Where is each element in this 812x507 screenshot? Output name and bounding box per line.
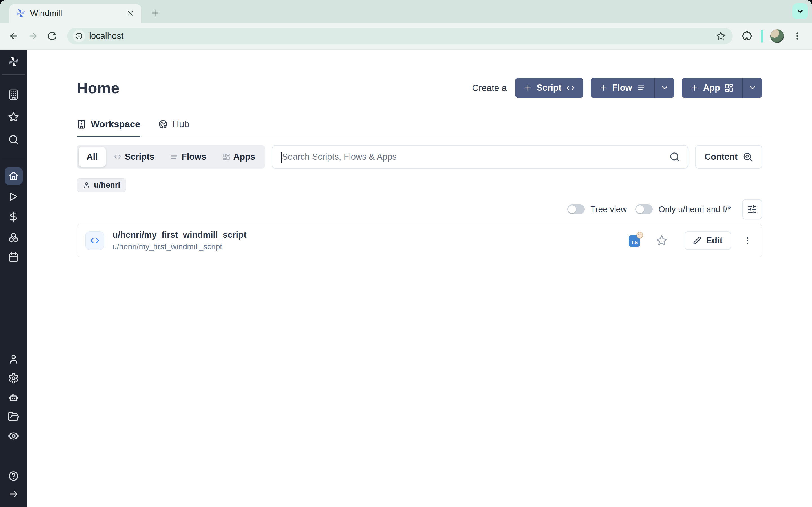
create-cluster: Create a Script Flow	[472, 78, 762, 98]
owner-badge-label: u/henri	[94, 180, 120, 189]
create-app-dropdown[interactable]	[742, 78, 762, 98]
sidebar-item-workspaces[interactable]	[8, 89, 19, 101]
plus-icon	[523, 83, 532, 92]
only-owner-label: Only u/henri and f/*	[658, 205, 731, 214]
back-button[interactable]	[6, 29, 21, 44]
code-icon	[90, 235, 100, 245]
code-icon	[114, 153, 121, 161]
search-icon[interactable]	[669, 151, 680, 163]
sidebar-divider	[2, 158, 25, 158]
profile-avatar[interactable]	[770, 29, 784, 43]
chevron-down-icon	[748, 83, 757, 92]
sidebar-item-workers[interactable]	[8, 392, 19, 403]
page-header: Home Create a Script Flow	[77, 78, 762, 98]
browser-toolbar: localhost	[0, 22, 812, 50]
windmill-favicon	[15, 8, 26, 18]
sidebar-expand-icon[interactable]	[8, 488, 19, 500]
sidebar-item-help[interactable]	[8, 470, 19, 482]
toggle-knob	[568, 205, 576, 213]
owner-badge[interactable]: u/henri	[77, 178, 126, 192]
flow-list-icon	[637, 83, 646, 93]
search-box	[272, 145, 688, 169]
code-icon	[566, 83, 575, 93]
content-search-button[interactable]: Content	[695, 145, 762, 169]
create-flow-label: Flow	[612, 83, 632, 93]
browser-window: Windmill localhost	[0, 0, 812, 507]
plus-icon	[599, 83, 608, 92]
sidebar-item-account[interactable]	[8, 353, 19, 365]
sidebar-item-home[interactable]	[4, 167, 22, 185]
create-flow-dropdown[interactable]	[654, 78, 674, 98]
create-app-button[interactable]: App	[682, 78, 742, 98]
sidebar-item-favorites[interactable]	[8, 111, 19, 123]
tab-hub[interactable]: Hub	[158, 119, 190, 137]
pencil-icon	[693, 236, 702, 245]
owner-filter-row: u/henri	[77, 178, 762, 192]
filter-all-label: All	[87, 152, 98, 162]
layout-dashboard-icon	[725, 83, 733, 93]
sidebar-item-audit-logs[interactable]	[8, 430, 19, 442]
tab-workspace[interactable]: Workspace	[77, 119, 140, 137]
filter-apps[interactable]: Apps	[214, 147, 263, 167]
content-button-label: Content	[705, 152, 738, 162]
forward-button[interactable]	[26, 29, 41, 44]
tree-view-label: Tree view	[591, 205, 627, 214]
filter-row: All Scripts Flows Apps	[77, 145, 762, 169]
tree-view-toggle[interactable]	[567, 205, 585, 214]
sidebar-item-runs[interactable]	[8, 191, 19, 203]
extensions-icon[interactable]	[740, 29, 754, 43]
sliders-icon	[747, 204, 757, 214]
new-tab-button[interactable]	[147, 5, 163, 21]
browser-tab-strip: Windmill	[0, 0, 812, 22]
windmill-app: Home Create a Script Flow	[0, 50, 812, 507]
reload-button[interactable]	[45, 29, 60, 44]
toggle-knob	[636, 205, 644, 213]
sidebar-item-settings[interactable]	[8, 372, 19, 384]
home-page: Home Create a Script Flow	[27, 50, 812, 507]
app-sidebar	[0, 50, 27, 507]
script-kind-icon	[86, 231, 104, 250]
create-flow-split: Flow	[591, 78, 674, 98]
browser-menu-icon[interactable]	[791, 30, 804, 42]
create-flow-button[interactable]: Flow	[591, 78, 654, 98]
url-text[interactable]: localhost	[89, 31, 711, 41]
bookmark-star-icon[interactable]	[715, 30, 727, 42]
item-menu-icon[interactable]	[741, 234, 754, 247]
create-app-label: App	[703, 83, 720, 93]
filter-scripts[interactable]: Scripts	[106, 147, 162, 167]
search-input[interactable]	[272, 152, 669, 162]
filter-scripts-label: Scripts	[125, 152, 154, 162]
browser-tab[interactable]: Windmill	[9, 4, 141, 22]
toolbar-separator	[761, 30, 763, 43]
tab-hub-label: Hub	[172, 119, 190, 129]
sidebar-item-search[interactable]	[8, 134, 19, 146]
tab-search-chevron-button[interactable]	[792, 3, 808, 19]
display-settings-button[interactable]	[742, 199, 762, 219]
edit-button[interactable]: Edit	[684, 231, 731, 250]
search-code-icon	[743, 152, 753, 162]
sidebar-divider	[2, 74, 25, 75]
item-title[interactable]: u/henri/my_first_windmill_script	[112, 230, 629, 240]
sidebar-item-variables[interactable]	[8, 211, 19, 223]
favorite-star-icon[interactable]	[656, 235, 668, 246]
filter-apps-label: Apps	[234, 152, 255, 162]
building-icon	[77, 119, 86, 129]
create-script-split: Script	[515, 78, 583, 98]
filter-flows[interactable]: Flows	[162, 147, 214, 167]
flow-list-icon	[170, 153, 178, 161]
create-script-button[interactable]: Script	[515, 78, 583, 98]
filter-all[interactable]: All	[79, 147, 106, 167]
create-app-split: App	[682, 78, 762, 98]
text-caret	[281, 152, 282, 163]
view-options-row: Tree view Only u/henri and f/*	[77, 199, 762, 219]
sidebar-item-resources[interactable]	[8, 231, 19, 243]
only-owner-toggle[interactable]	[635, 205, 653, 214]
script-list-item[interactable]: u/henri/my_first_windmill_script u/henri…	[77, 224, 762, 257]
sidebar-item-schedules[interactable]	[8, 251, 19, 263]
windmill-logo[interactable]	[8, 56, 19, 68]
site-info-icon[interactable]	[73, 30, 85, 42]
tab-close-icon[interactable]	[125, 8, 135, 18]
sidebar-item-folders[interactable]	[8, 411, 19, 422]
chevron-down-icon	[660, 83, 669, 92]
address-bar[interactable]: localhost	[67, 28, 733, 44]
